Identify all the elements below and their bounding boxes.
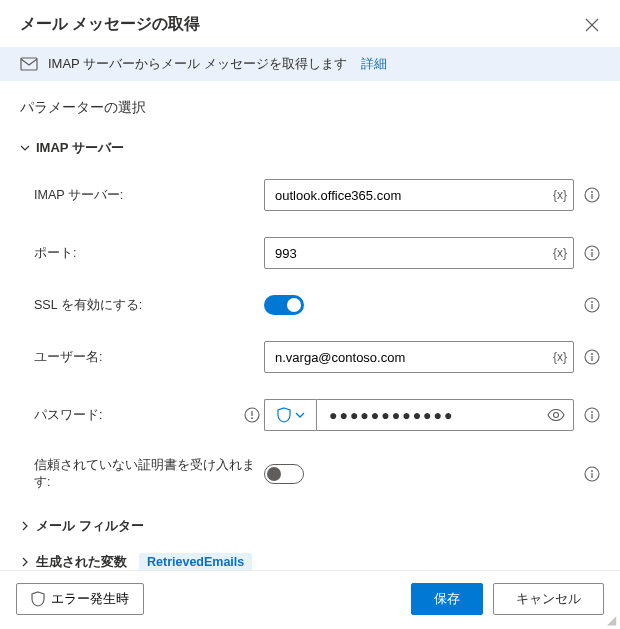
- toggle-knob: [287, 298, 301, 312]
- chevron-right-icon: [20, 557, 30, 567]
- group-mail-filter[interactable]: メール フィルター: [20, 517, 600, 535]
- content-area: パラメーターの選択 IMAP サーバー IMAP サーバー: {x} ポート: …: [0, 81, 620, 571]
- svg-point-5: [591, 249, 593, 251]
- info-banner: IMAP サーバーからメール メッセージを取得します 詳細: [0, 47, 620, 81]
- info-icon[interactable]: [584, 466, 600, 482]
- var-token-icon[interactable]: {x}: [553, 188, 567, 202]
- field-username: ユーザー名: {x}: [20, 341, 600, 373]
- info-icon[interactable]: [584, 349, 600, 365]
- dialog-header: メール メッセージの取得: [0, 0, 620, 47]
- toggle-knob: [267, 467, 281, 481]
- toggle-cert[interactable]: [264, 464, 304, 484]
- toggle-ssl[interactable]: [264, 295, 304, 315]
- svg-rect-3: [591, 194, 592, 199]
- svg-point-2: [591, 191, 593, 193]
- svg-rect-19: [591, 414, 592, 419]
- label-username: ユーザー名:: [34, 349, 264, 366]
- svg-point-16: [554, 413, 559, 418]
- label-port: ポート:: [34, 245, 264, 262]
- svg-point-15: [251, 417, 253, 419]
- chevron-down-icon: [295, 410, 305, 420]
- save-button[interactable]: 保存: [411, 583, 483, 615]
- group-output-vars[interactable]: 生成された変数 RetrievedEmails: [20, 553, 600, 571]
- on-error-button[interactable]: エラー発生時: [16, 583, 144, 615]
- chevron-down-icon: [20, 143, 30, 153]
- info-icon[interactable]: [584, 245, 600, 261]
- input-imap-server-wrap[interactable]: {x}: [264, 179, 574, 211]
- label-cert: 信頼されていない証明書を受け入れます:: [34, 457, 264, 491]
- var-token-icon[interactable]: {x}: [553, 350, 567, 364]
- svg-point-21: [591, 470, 593, 472]
- input-port-wrap[interactable]: {x}: [264, 237, 574, 269]
- input-username[interactable]: [275, 342, 533, 372]
- password-masked-text: ●●●●●●●●●●●●: [329, 407, 454, 423]
- warning-icon[interactable]: [244, 407, 260, 423]
- dialog-title: メール メッセージの取得: [20, 14, 200, 35]
- svg-point-18: [591, 411, 593, 413]
- field-password: パスワード: ●●●●●●●●●●●●: [20, 399, 600, 431]
- field-cert: 信頼されていない証明書を受け入れます:: [20, 457, 600, 491]
- group-imap-server[interactable]: IMAP サーバー: [20, 139, 600, 157]
- svg-rect-14: [251, 411, 252, 416]
- label-ssl: SSL を有効にする:: [34, 297, 264, 314]
- shield-icon: [277, 407, 291, 423]
- resize-grip-icon[interactable]: ◢: [607, 613, 616, 627]
- input-port[interactable]: [275, 238, 533, 268]
- password-control: ●●●●●●●●●●●●: [264, 399, 574, 431]
- svg-rect-12: [591, 356, 592, 361]
- svg-rect-22: [591, 473, 592, 478]
- field-ssl: SSL を有効にする:: [20, 295, 600, 315]
- group-output-label: 生成された変数: [36, 553, 127, 571]
- svg-rect-9: [591, 304, 592, 309]
- label-password-wrap: パスワード:: [34, 407, 264, 424]
- password-mode-dropdown[interactable]: [264, 399, 316, 431]
- cancel-button[interactable]: キャンセル: [493, 583, 604, 615]
- dialog-footer: エラー発生時 保存 キャンセル: [0, 570, 620, 629]
- label-imap-server: IMAP サーバー:: [34, 187, 264, 204]
- close-icon: [585, 18, 599, 32]
- var-token-icon[interactable]: {x}: [553, 246, 567, 260]
- input-password[interactable]: ●●●●●●●●●●●●: [316, 399, 574, 431]
- details-link[interactable]: 詳細: [361, 55, 387, 73]
- svg-rect-6: [591, 252, 592, 257]
- on-error-label: エラー発生時: [51, 590, 129, 608]
- svg-point-11: [591, 353, 593, 355]
- shield-outline-icon: [31, 591, 45, 607]
- input-imap-server[interactable]: [275, 180, 533, 210]
- label-password: パスワード:: [34, 407, 102, 424]
- input-username-wrap[interactable]: {x}: [264, 341, 574, 373]
- chevron-right-icon: [20, 521, 30, 531]
- banner-text: IMAP サーバーからメール メッセージを取得します: [48, 55, 347, 73]
- field-imap-server: IMAP サーバー: {x}: [20, 179, 600, 211]
- group-mail-filter-label: メール フィルター: [36, 517, 144, 535]
- mail-icon: [20, 55, 38, 73]
- close-button[interactable]: [584, 17, 600, 33]
- svg-rect-0: [21, 58, 37, 70]
- info-icon[interactable]: [584, 187, 600, 203]
- section-title: パラメーターの選択: [20, 99, 600, 117]
- group-imap-label: IMAP サーバー: [36, 139, 124, 157]
- output-var-chip[interactable]: RetrievedEmails: [139, 553, 252, 571]
- info-icon[interactable]: [584, 407, 600, 423]
- field-port: ポート: {x}: [20, 237, 600, 269]
- svg-point-8: [591, 301, 593, 303]
- eye-icon[interactable]: [547, 409, 565, 421]
- info-icon[interactable]: [584, 297, 600, 313]
